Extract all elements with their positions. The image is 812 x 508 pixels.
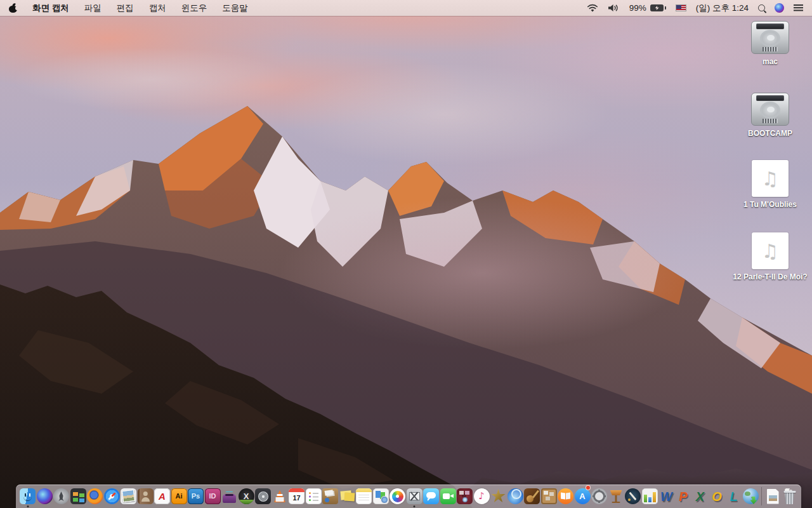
illustrator-glyph: Ai (176, 493, 183, 500)
hdd-vents (763, 119, 778, 123)
dock-reminders[interactable] (306, 485, 322, 508)
menu-help[interactable]: 도움말 (222, 3, 248, 14)
dock-ms-autoupdate[interactable] (743, 485, 759, 508)
hard-drive-icon (751, 93, 789, 126)
dock-vlc[interactable] (272, 485, 288, 508)
siri-icon (37, 488, 53, 504)
dock-word[interactable]: W (658, 485, 674, 508)
menu-clock[interactable]: (일) 오후 1:24 (696, 3, 749, 14)
system-preferences-icon (591, 488, 607, 504)
notification-center-icon[interactable] (794, 4, 803, 11)
dock-garageband[interactable] (524, 485, 540, 508)
dock-photos[interactable] (390, 485, 405, 508)
dock-trash[interactable] (782, 485, 797, 508)
dock-acrobat[interactable]: A (154, 485, 170, 508)
running-indicator (27, 505, 29, 507)
dock-messages[interactable] (423, 485, 439, 508)
numbers-part-b3 (653, 492, 656, 502)
illustrator-icon: Ai (171, 488, 187, 504)
dock-photo-booth[interactable] (457, 485, 473, 508)
dock-star-app[interactable] (490, 485, 506, 508)
desktop: 화면 캡처 파일편집캡처윈도우도움말 99% (0, 0, 812, 508)
dock-photoshop[interactable]: Ps (188, 485, 204, 508)
siri-menu-icon[interactable] (775, 3, 784, 13)
dock-firefox[interactable] (87, 485, 103, 508)
desktop-icon-audio-file-2[interactable]: ♫12 Parle-T-Il De Moi? (732, 232, 808, 283)
menu-edit[interactable]: 편집 (117, 3, 134, 14)
menu-capture[interactable]: 캡처 (149, 3, 166, 14)
dock-outlook[interactable]: O (709, 485, 725, 508)
spotlight-icon[interactable] (758, 4, 765, 11)
hdd-platter (760, 30, 780, 47)
hdd-top-detail (756, 23, 784, 29)
numbers-icon (642, 488, 658, 504)
pages-icon (625, 488, 641, 504)
menu-app-name[interactable]: 화면 캡처 (32, 3, 69, 14)
input-language-flag-icon[interactable] (676, 4, 686, 11)
dock-divider (761, 487, 762, 505)
calendar-glyph: 17 (292, 495, 300, 502)
dock-documents[interactable] (373, 485, 389, 508)
menu-window[interactable]: 윈도우 (181, 3, 207, 14)
dock-ibooks[interactable] (558, 485, 573, 508)
itunes-glyph: ♪ (478, 491, 485, 501)
dock-contacts[interactable] (138, 485, 154, 508)
calendar-icon: 17 (289, 488, 304, 504)
dock-corkboard[interactable] (541, 485, 557, 508)
dock-screen-capture[interactable] (407, 485, 422, 508)
x-media-icon: X (239, 488, 254, 504)
numbers-part-b2 (648, 497, 652, 502)
dock-numbers[interactable] (642, 485, 658, 508)
apple-menu-icon[interactable] (9, 4, 17, 13)
running-indicator (414, 505, 416, 507)
disk-tool-icon (255, 488, 271, 504)
dock-toast[interactable] (221, 485, 237, 508)
dock-app-store[interactable]: A (575, 485, 591, 508)
keynote-part-kbase (612, 502, 620, 504)
app-store-glyph: A (579, 492, 585, 500)
documents-icon (373, 488, 389, 504)
wifi-icon[interactable] (587, 4, 598, 13)
dock-x-media[interactable]: X (239, 485, 254, 508)
media-player-icon (508, 488, 523, 504)
dock-disk-tool[interactable] (255, 485, 271, 508)
dock-finder[interactable] (20, 485, 36, 508)
dock-indesign[interactable]: ID (205, 485, 221, 508)
dock-excel[interactable]: X (692, 485, 708, 508)
dock-illustrator[interactable]: Ai (171, 485, 187, 508)
dock-pages[interactable] (625, 485, 641, 508)
battery-percent: 99% (629, 3, 646, 13)
desktop-icon-volume-bootcamp[interactable]: BOOTCAMP (732, 93, 808, 139)
desktop-icon-label: BOOTCAMP (732, 129, 808, 139)
dock-calendar[interactable]: 17 (289, 485, 304, 508)
powerpoint-icon: P (676, 488, 691, 504)
dock-safari[interactable] (104, 485, 120, 508)
dock-itunes[interactable]: ♪ (474, 485, 490, 508)
desktop-icon-audio-file-1[interactable]: ♫1 Tu M'Oublies (732, 160, 808, 210)
dock-siri[interactable] (37, 485, 53, 508)
dock-stickies[interactable] (339, 485, 355, 508)
battery-indicator[interactable]: 99% (629, 3, 666, 13)
dock-keynote[interactable] (608, 485, 624, 508)
mail-archive-icon (322, 488, 338, 504)
dock-mission-control[interactable] (70, 485, 86, 508)
desktop-icon-label: 12 Parle-T-Il De Moi? (732, 272, 808, 283)
dock-launchpad[interactable] (53, 485, 69, 508)
menu-file[interactable]: 파일 (84, 3, 102, 14)
dock-document-file[interactable] (765, 485, 781, 508)
dock-lync[interactable]: L (726, 485, 742, 508)
dock-media-player[interactable] (508, 485, 523, 508)
desktop-icon-label: 1 Tu M'Oublies (732, 200, 808, 210)
excel-glyph: X (696, 490, 704, 503)
dock-notes[interactable] (356, 485, 372, 508)
dock-system-preferences[interactable] (591, 485, 607, 508)
desktop-icon-volume-mac[interactable]: mac (732, 21, 808, 67)
volume-icon[interactable] (608, 4, 620, 12)
outlook-icon: O (709, 488, 725, 504)
audio-file-icon: ♫ (752, 232, 789, 269)
dock-facetime[interactable] (440, 485, 456, 508)
acrobat-icon: A (154, 488, 170, 504)
dock-preview[interactable] (121, 485, 136, 508)
dock-mail-archive[interactable] (322, 485, 338, 508)
dock-powerpoint[interactable]: P (676, 485, 691, 508)
